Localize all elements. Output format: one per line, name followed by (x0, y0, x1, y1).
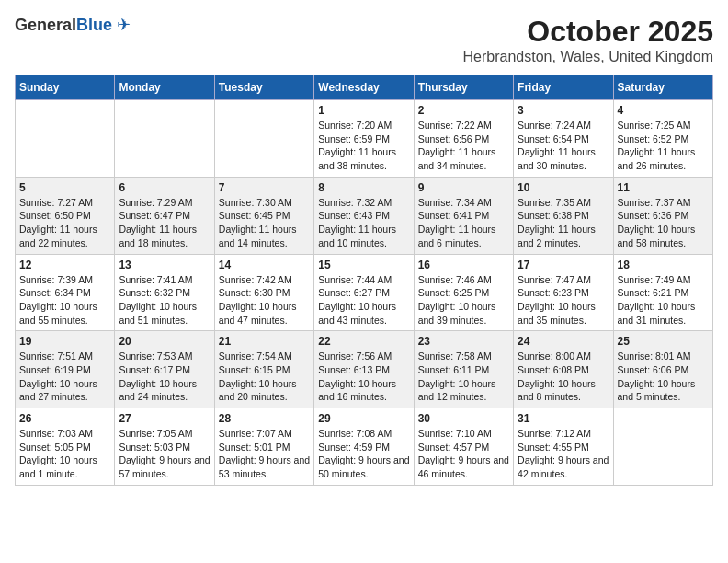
cell-date-number: 17 (518, 259, 609, 271)
sunrise-text: Sunrise: 7:37 AM (618, 197, 691, 208)
daylight-text: Daylight: 9 hours and 50 minutes. (318, 454, 409, 479)
cell-date-number: 18 (618, 259, 709, 271)
cell-info-block: Sunrise: 7:03 AMSunset: 5:05 PMDaylight:… (19, 427, 110, 481)
daylight-text: Daylight: 10 hours and 51 minutes. (119, 301, 197, 326)
cell-info-block: Sunrise: 7:54 AMSunset: 6:15 PMDaylight:… (219, 350, 310, 404)
daylight-text: Daylight: 11 hours and 18 minutes. (119, 224, 197, 248)
cell-date-number: 28 (219, 412, 310, 425)
cell-info-block: Sunrise: 7:32 AMSunset: 6:43 PMDaylight:… (318, 196, 409, 250)
sunrise-text: Sunrise: 7:25 AM (618, 120, 691, 131)
day-header-saturday: Saturday (613, 75, 712, 100)
cell-date-number: 9 (418, 181, 509, 194)
calendar-cell: 9Sunrise: 7:34 AMSunset: 6:41 PMDaylight… (414, 177, 513, 254)
calendar-cell: 11Sunrise: 7:37 AMSunset: 6:36 PMDayligh… (613, 177, 712, 254)
cell-info-block: Sunrise: 7:44 AMSunset: 6:27 PMDaylight:… (318, 273, 409, 327)
cell-info-block: Sunrise: 7:08 AMSunset: 4:59 PMDaylight:… (318, 427, 409, 481)
calendar-cell: 23Sunrise: 7:58 AMSunset: 6:11 PMDayligh… (414, 331, 513, 408)
sunset-text: Sunset: 6:59 PM (318, 133, 390, 144)
cell-info-block: Sunrise: 7:07 AMSunset: 5:01 PMDaylight:… (219, 427, 310, 481)
sunset-text: Sunset: 6:15 PM (219, 364, 290, 375)
calendar-cell (16, 100, 115, 178)
calendar-cell: 3Sunrise: 7:24 AMSunset: 6:54 PMDaylight… (514, 100, 613, 178)
sunset-text: Sunset: 4:59 PM (318, 442, 390, 453)
daylight-text: Daylight: 10 hours and 20 minutes. (219, 378, 297, 403)
sunset-text: Sunset: 6:27 PM (318, 287, 390, 298)
cell-date-number: 1 (318, 104, 409, 117)
sunset-text: Sunset: 4:55 PM (518, 442, 589, 453)
daylight-text: Daylight: 11 hours and 38 minutes. (318, 146, 396, 171)
sunset-text: Sunset: 6:54 PM (518, 133, 589, 144)
daylight-text: Daylight: 10 hours and 47 minutes. (219, 301, 297, 326)
cell-date-number: 6 (119, 181, 210, 194)
calendar-week-row: 5Sunrise: 7:27 AMSunset: 6:50 PMDaylight… (16, 177, 713, 254)
cell-info-block: Sunrise: 7:53 AMSunset: 6:17 PMDaylight:… (119, 350, 210, 404)
calendar-cell: 27Sunrise: 7:05 AMSunset: 5:03 PMDayligh… (115, 408, 214, 486)
calendar-week-row: 1Sunrise: 7:20 AMSunset: 6:59 PMDaylight… (16, 100, 713, 178)
sunrise-text: Sunrise: 7:10 AM (418, 428, 492, 439)
daylight-text: Daylight: 11 hours and 6 minutes. (418, 224, 496, 248)
cell-info-block: Sunrise: 8:00 AMSunset: 6:08 PMDaylight:… (518, 350, 609, 404)
calendar-cell: 30Sunrise: 7:10 AMSunset: 4:57 PMDayligh… (414, 408, 513, 486)
sunset-text: Sunset: 6:11 PM (418, 364, 490, 375)
calendar-cell: 24Sunrise: 8:00 AMSunset: 6:08 PMDayligh… (514, 331, 613, 408)
cell-info-block: Sunrise: 7:30 AMSunset: 6:45 PMDaylight:… (219, 196, 310, 250)
cell-date-number: 3 (518, 104, 609, 117)
sunrise-text: Sunrise: 7:42 AM (219, 274, 292, 285)
cell-date-number: 27 (119, 412, 210, 425)
cell-date-number: 30 (418, 412, 509, 425)
sunrise-text: Sunrise: 7:35 AM (518, 197, 591, 208)
day-header-tuesday: Tuesday (214, 75, 313, 100)
page-title: October 2025 (463, 15, 713, 49)
sunrise-text: Sunrise: 7:08 AM (318, 428, 392, 439)
logo: GeneralBlue ✈ (15, 15, 131, 35)
cell-date-number: 23 (418, 335, 509, 348)
cell-info-block: Sunrise: 7:39 AMSunset: 6:34 PMDaylight:… (19, 273, 110, 327)
daylight-text: Daylight: 10 hours and 31 minutes. (618, 301, 696, 326)
cell-date-number: 5 (19, 181, 110, 194)
cell-date-number: 16 (418, 259, 509, 271)
calendar-cell: 28Sunrise: 7:07 AMSunset: 5:01 PMDayligh… (214, 408, 313, 486)
sunrise-text: Sunrise: 7:03 AM (19, 428, 93, 439)
sunset-text: Sunset: 5:05 PM (19, 442, 91, 453)
sunset-text: Sunset: 5:01 PM (219, 442, 290, 453)
cell-info-block: Sunrise: 7:05 AMSunset: 5:03 PMDaylight:… (119, 427, 210, 481)
sunset-text: Sunset: 6:21 PM (618, 287, 689, 298)
calendar-cell: 10Sunrise: 7:35 AMSunset: 6:38 PMDayligh… (514, 177, 613, 254)
sunrise-text: Sunrise: 7:30 AM (219, 197, 292, 208)
cell-date-number: 15 (318, 259, 409, 271)
daylight-text: Daylight: 10 hours and 1 minute. (19, 454, 97, 479)
cell-info-block: Sunrise: 7:56 AMSunset: 6:13 PMDaylight:… (318, 350, 409, 404)
sunset-text: Sunset: 6:25 PM (418, 287, 490, 298)
sunset-text: Sunset: 6:13 PM (318, 364, 390, 375)
sunset-text: Sunset: 6:50 PM (19, 210, 91, 221)
cell-info-block: Sunrise: 7:35 AMSunset: 6:38 PMDaylight:… (518, 196, 609, 250)
sunrise-text: Sunrise: 7:29 AM (119, 197, 192, 208)
day-header-monday: Monday (115, 75, 214, 100)
page-header: GeneralBlue ✈ October 2025 Herbrandston,… (15, 15, 713, 65)
calendar-week-row: 26Sunrise: 7:03 AMSunset: 5:05 PMDayligh… (16, 408, 713, 486)
sunset-text: Sunset: 5:03 PM (119, 442, 190, 453)
daylight-text: Daylight: 10 hours and 58 minutes. (618, 224, 696, 248)
sunset-text: Sunset: 6:17 PM (119, 364, 190, 375)
sunset-text: Sunset: 6:56 PM (418, 133, 490, 144)
sunset-text: Sunset: 6:45 PM (219, 210, 290, 221)
calendar-cell: 1Sunrise: 7:20 AMSunset: 6:59 PMDaylight… (314, 100, 414, 178)
daylight-text: Daylight: 10 hours and 24 minutes. (119, 378, 197, 403)
sunset-text: Sunset: 6:30 PM (219, 287, 290, 298)
calendar-cell: 29Sunrise: 7:08 AMSunset: 4:59 PMDayligh… (314, 408, 414, 486)
logo-general: General (15, 16, 76, 34)
calendar-cell: 7Sunrise: 7:30 AMSunset: 6:45 PMDaylight… (214, 177, 313, 254)
calendar-week-row: 19Sunrise: 7:51 AMSunset: 6:19 PMDayligh… (16, 331, 713, 408)
sunrise-text: Sunrise: 7:20 AM (318, 120, 392, 131)
sunset-text: Sunset: 6:08 PM (518, 364, 589, 375)
cell-info-block: Sunrise: 7:49 AMSunset: 6:21 PMDaylight:… (618, 273, 709, 327)
sunset-text: Sunset: 6:52 PM (618, 133, 689, 144)
cell-date-number: 12 (19, 259, 110, 271)
daylight-text: Daylight: 9 hours and 46 minutes. (418, 454, 509, 479)
calendar-cell: 16Sunrise: 7:46 AMSunset: 6:25 PMDayligh… (414, 254, 513, 331)
daylight-text: Daylight: 9 hours and 53 minutes. (219, 454, 310, 479)
calendar-cell (115, 100, 214, 178)
calendar-cell: 19Sunrise: 7:51 AMSunset: 6:19 PMDayligh… (16, 331, 115, 408)
cell-date-number: 21 (219, 335, 310, 348)
sunrise-text: Sunrise: 7:24 AM (518, 120, 591, 131)
